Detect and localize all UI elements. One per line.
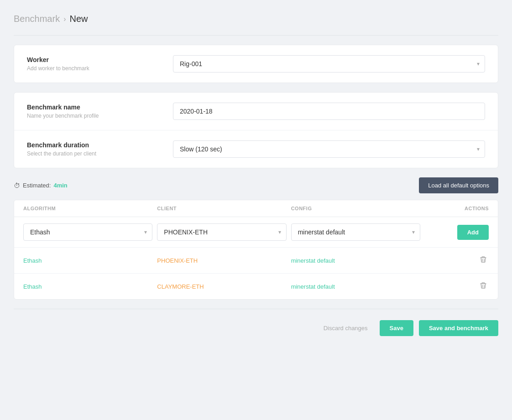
breadcrumb-separator: › — [63, 15, 66, 23]
benchmark-name-control — [173, 103, 485, 120]
row1-client-link[interactable]: PHOENIX-ETH — [157, 257, 198, 264]
benchmark-duration-control: Fast (60 sec) Slow (120 sec) Long (180 s… — [173, 140, 485, 158]
col-algorithm: Algorithm — [23, 206, 157, 211]
breadcrumb: Benchmark › New — [14, 14, 498, 24]
breadcrumb-parent: Benchmark — [14, 14, 60, 24]
col-actions: Actions — [425, 206, 489, 211]
algorithm-select[interactable]: Ethash Zcash Monero RandomX — [23, 223, 152, 241]
delete-icon — [480, 282, 487, 289]
worker-select-wrapper: Rig-001 Rig-002 Rig-003 ▾ — [173, 55, 485, 73]
client-select[interactable]: PHOENIX-ETH CLAYMORE-ETH T-REX GMINER — [157, 223, 286, 241]
row1-algorithm-link[interactable]: Ethash — [23, 257, 42, 264]
algorithm-select-wrapper: Ethash Zcash Monero RandomX ▾ — [23, 223, 152, 241]
col-client: Client — [157, 206, 291, 211]
benchmark-settings-card: Benchmark name Name your benchmark profi… — [14, 92, 498, 168]
benchmark-duration-desc: Select the duration per client — [27, 150, 173, 157]
worker-label: Worker — [27, 56, 173, 63]
breadcrumb-current: New — [69, 14, 88, 24]
table-header: Algorithm Client Config Actions — [14, 200, 498, 217]
row2-config-link[interactable]: minerstat default — [291, 283, 335, 290]
benchmark-name-label: Benchmark name — [27, 104, 173, 111]
clock-icon: ⏱ — [14, 182, 20, 189]
row1-config: minerstat default — [291, 257, 420, 264]
estimated-value: 4min — [53, 182, 67, 189]
client-select-wrapper: PHOENIX-ETH CLAYMORE-ETH T-REX GMINER ▾ — [157, 223, 286, 241]
row2-config: minerstat default — [291, 283, 420, 290]
worker-description: Add worker to benchmark — [27, 65, 173, 72]
save-button[interactable]: Save — [380, 320, 413, 336]
save-benchmark-button[interactable]: Save and benchmark — [419, 320, 498, 336]
benchmark-name-input[interactable] — [173, 103, 485, 120]
algorithm-table: Algorithm Client Config Actions Ethash Z… — [14, 200, 498, 300]
benchmark-duration-label: Benchmark duration — [27, 141, 173, 149]
row1-config-link[interactable]: minerstat default — [291, 257, 335, 264]
benchmark-duration-select[interactable]: Fast (60 sec) Slow (120 sec) Long (180 s… — [173, 140, 485, 158]
worker-row: Worker Add worker to benchmark Rig-001 R… — [14, 45, 498, 83]
benchmark-name-label-group: Benchmark name Name your benchmark profi… — [27, 104, 173, 119]
table-input-row: Ethash Zcash Monero RandomX ▾ PHOENIX-ET… — [14, 217, 498, 248]
load-defaults-button[interactable]: Load all default options — [419, 177, 498, 193]
footer-actions: Discard changes Save Save and benchmark — [14, 320, 498, 336]
table-row: Ethash PHOENIX-ETH minerstat default — [14, 248, 498, 274]
worker-select[interactable]: Rig-001 Rig-002 Rig-003 — [173, 55, 485, 73]
col-config: Config — [291, 206, 425, 211]
benchmark-name-desc: Name your benchmark profile — [27, 113, 173, 119]
top-divider — [14, 35, 498, 36]
discard-button[interactable]: Discard changes — [317, 320, 374, 336]
benchmark-duration-label-group: Benchmark duration Select the duration p… — [27, 141, 173, 157]
worker-card: Worker Add worker to benchmark Rig-001 R… — [14, 45, 498, 83]
row2-delete-button[interactable] — [478, 280, 489, 293]
row1-delete-button[interactable] — [478, 254, 489, 267]
row2-client-link[interactable]: CLAYMORE-ETH — [157, 283, 204, 290]
estimated-label: Estimated: — [23, 182, 51, 189]
config-select-wrapper: minerstat default custom config 1 custom… — [291, 223, 420, 241]
benchmark-name-row: Benchmark name Name your benchmark profi… — [14, 93, 498, 130]
worker-label-group: Worker Add worker to benchmark — [27, 56, 173, 72]
estimated-text: ⏱ Estimated: 4min — [14, 182, 68, 189]
bottom-divider — [14, 309, 498, 309]
worker-control: Rig-001 Rig-002 Rig-003 ▾ — [173, 55, 485, 73]
delete-icon — [480, 256, 487, 263]
row2-algorithm: Ethash — [23, 283, 152, 290]
row1-algorithm: Ethash — [23, 257, 152, 264]
row2-algorithm-link[interactable]: Ethash — [23, 283, 42, 290]
row1-client: PHOENIX-ETH — [157, 257, 286, 264]
config-select[interactable]: minerstat default custom config 1 custom… — [291, 223, 420, 241]
row2-actions — [425, 280, 489, 293]
section-toolbar: ⏱ Estimated: 4min Load all default optio… — [14, 177, 498, 193]
add-action-cell: Add — [425, 225, 489, 240]
benchmark-duration-select-wrapper: Fast (60 sec) Slow (120 sec) Long (180 s… — [173, 140, 485, 158]
page-container: Benchmark › New Worker Add worker to ben… — [0, 0, 512, 420]
add-button[interactable]: Add — [457, 225, 489, 240]
table-row: Ethash CLAYMORE-ETH minerstat default — [14, 274, 498, 299]
benchmark-duration-row: Benchmark duration Select the duration p… — [14, 130, 498, 168]
row2-client: CLAYMORE-ETH — [157, 283, 286, 290]
row1-actions — [425, 254, 489, 267]
